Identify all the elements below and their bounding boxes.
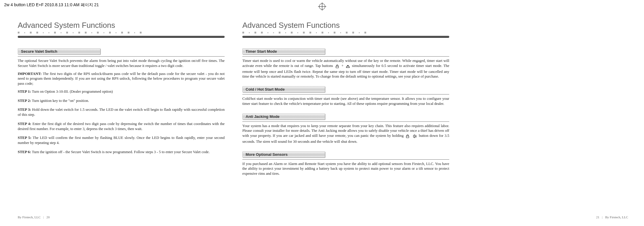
footer-page-number: 21: [596, 215, 599, 219]
plus-text: +: [341, 64, 343, 68]
important-label: IMPORTANT:: [18, 72, 42, 76]
timer-start-body: Timer start mode is used to cool or warm…: [242, 58, 449, 79]
page-right: Advanced System Functions Timer Start Mo…: [242, 21, 449, 179]
step-label: STEP 5:: [18, 136, 31, 140]
rule: [18, 56, 225, 57]
page-title: Advanced System Functions: [242, 21, 449, 30]
svg-rect-4: [347, 65, 348, 66]
subhead-more-sensors: More Optional Sensors: [242, 151, 325, 158]
subhead-cold-hot: Cold / Hot Start Mode: [242, 86, 325, 92]
lock-icon: [335, 64, 340, 69]
footer-sep: |: [602, 215, 603, 219]
rule: [242, 94, 449, 94]
trunk-icon: [345, 64, 350, 69]
step-3: STEP 3: Hold down the valet switch for 1…: [18, 107, 225, 117]
subhead-secure-valet: Secure Valet Switch: [18, 48, 100, 55]
step-text: Hold down the valet switch for 1.5 secon…: [18, 108, 225, 117]
footer-right: 21 | By Firstech, LLC: [596, 215, 628, 219]
footer-page-number: 20: [46, 215, 50, 219]
footer-left: By Firstech, LLC | 20: [18, 215, 50, 219]
step-6: STEP 6: Turn the ignition off - the Secu…: [18, 150, 225, 155]
print-header: 2w 4 button LED E+F 2010.8.13 11:0 AM 페이…: [4, 2, 99, 8]
step-2: STEP 2: Turn ignition key to the "on" po…: [18, 98, 225, 103]
step-text: Enter the first digit of the desired two…: [18, 122, 225, 131]
anti-jacking-body: Your system has a mode that requires you…: [242, 124, 449, 144]
intro-paragraph: The optional Secure Valet Switch prevent…: [18, 58, 225, 68]
step-text: The LED will confirm the first number by…: [18, 136, 225, 145]
important-text: The first two digits of the RPS unlock/d…: [18, 72, 225, 86]
step-label: STEP 1:: [18, 89, 31, 94]
footer-by: By Firstech, LLC: [18, 215, 40, 219]
step-text: Turn ignition key to the "on" position.: [31, 99, 89, 103]
title-rule: [242, 31, 449, 38]
svg-rect-3: [336, 66, 339, 68]
step-1: STEP 1: Turn on Option 3-10-III. (Dealer…: [18, 89, 225, 94]
svg-rect-5: [406, 136, 409, 138]
step-text: Turn the ignition off - the Secure Valet…: [31, 150, 210, 154]
footer-sep: |: [43, 215, 44, 219]
lock-icon: [405, 134, 410, 139]
cold-hot-body: Cold/hot start mode works in conjunction…: [242, 96, 449, 106]
body-text: Your system has a mode that requires you…: [242, 124, 449, 138]
registration-mark-icon: [318, 2, 326, 11]
subhead-timer-start: Timer Start Mode: [242, 48, 325, 55]
step-text: Turn on Option 3-10-III. (Dealer program…: [31, 89, 113, 94]
step-label: STEP 3:: [18, 108, 31, 112]
rule: [242, 121, 449, 122]
page-left: Advanced System Functions Secure Valet S…: [18, 21, 225, 159]
step-label: STEP 6:: [18, 150, 31, 154]
step-5: STEP 5: The LED will confirm the first n…: [18, 135, 225, 145]
rule: [242, 159, 449, 160]
rule: [242, 56, 449, 57]
important-paragraph: IMPORTANT: The first two digits of the R…: [18, 71, 225, 86]
subhead-anti-jacking: Anti Jacking Mode: [242, 113, 325, 120]
siren-icon: [412, 134, 417, 139]
step-label: STEP 4:: [18, 122, 31, 126]
step-4: STEP 4: Enter the first digit of the des…: [18, 121, 225, 132]
more-sensors-body: If you purchased an Alarm or Alarm and R…: [242, 161, 449, 176]
step-label: STEP 2:: [18, 99, 31, 103]
title-rule: [18, 31, 225, 38]
footer-by: By Firstech, LLC: [605, 215, 628, 219]
page-title: Advanced System Functions: [18, 21, 225, 30]
